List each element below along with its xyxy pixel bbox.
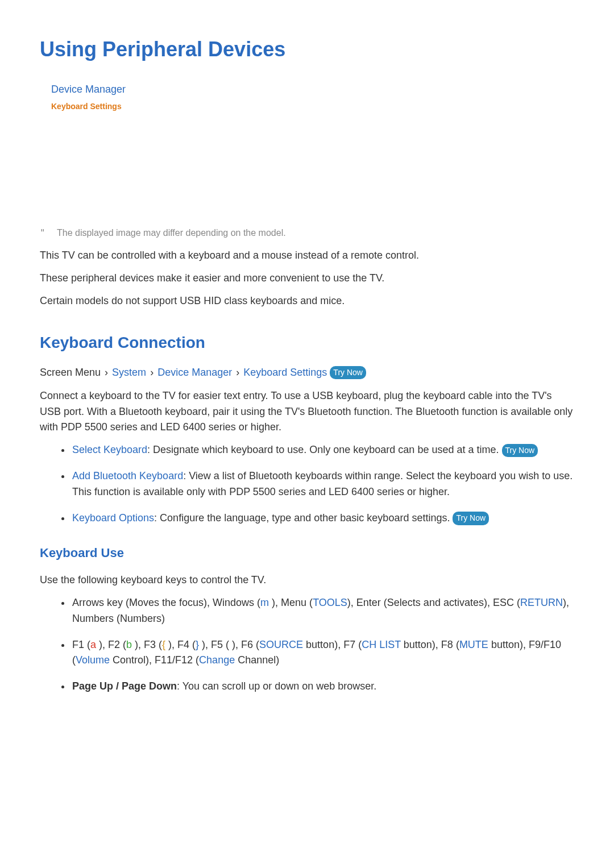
- option-sep: :: [147, 444, 153, 455]
- mute-key: MUTE: [459, 639, 488, 650]
- green-b-key: b: [126, 639, 132, 650]
- source-key: SOURCE: [259, 639, 303, 650]
- try-now-button[interactable]: Try Now: [330, 366, 366, 379]
- list-item: Select Keyboard: Designate which keyboar…: [71, 442, 574, 458]
- windows-key: m: [260, 597, 269, 608]
- breadcrumb-keyboard-settings[interactable]: Keyboard Settings: [243, 367, 327, 378]
- model-note: " The displayed image may differ dependi…: [40, 226, 574, 240]
- note-mark-icon: ": [40, 226, 57, 240]
- option-keyboard-options: Keyboard Options: [72, 512, 154, 524]
- menu-device-manager: Device Manager: [51, 82, 574, 97]
- breadcrumb: Screen Menu › System › Device Manager › …: [40, 365, 574, 380]
- kc-description: Connect a keyboard to the TV for easier …: [40, 388, 574, 436]
- ku-text: Control), F11/F12 (: [110, 654, 199, 666]
- chevron-right-icon: ›: [150, 367, 154, 378]
- option-text: Configure the language, type and other b…: [160, 512, 450, 524]
- option-select-keyboard: Select Keyboard: [72, 444, 147, 455]
- ku-text: button), F7 (: [303, 639, 362, 650]
- section-keyboard-use-title: Keyboard Use: [40, 543, 574, 562]
- ku-text: Arrows key (Moves the focus), Windows (: [72, 597, 260, 608]
- intro-text-1: This TV can be controlled with a keyboar…: [40, 248, 574, 264]
- return-key: RETURN: [520, 597, 563, 608]
- list-item: Keyboard Options: Configure the language…: [71, 510, 574, 526]
- option-text: Designate which keyboard to use. Only on…: [153, 444, 499, 455]
- ku-text: ), F3 (: [132, 639, 162, 650]
- tools-key: TOOLS: [313, 597, 347, 608]
- menu-keyboard-settings: Keyboard Settings: [51, 101, 574, 113]
- list-item: Add Bluetooth Keyboard: View a list of B…: [71, 468, 574, 500]
- ku-intro: Use the following keyboard keys to contr…: [40, 572, 574, 588]
- intro-text-2: These peripheral devices make it easier …: [40, 271, 574, 286]
- kc-options-list: Select Keyboard: Designate which keyboar…: [71, 442, 574, 526]
- red-a-key: a: [90, 639, 96, 650]
- list-item: Arrows key (Moves the focus), Windows (m…: [71, 595, 574, 627]
- page-up-down-label: Page Up / Page Down: [72, 680, 177, 692]
- ku-text: ), Menu (: [269, 597, 313, 608]
- breadcrumb-system[interactable]: System: [112, 367, 146, 378]
- screenshot-placeholder: [40, 118, 574, 226]
- ku-text: ), F4 (: [165, 639, 196, 650]
- intro-text-3: Certain models do not support USB HID cl…: [40, 293, 574, 309]
- volume-key: Volume: [76, 654, 110, 666]
- breadcrumb-device-manager[interactable]: Device Manager: [157, 367, 232, 378]
- ku-text: ), F5 ( ), F6 (: [199, 639, 259, 650]
- chlist-key: CH LIST: [362, 639, 401, 650]
- ku-text: button), F8 (: [401, 639, 459, 650]
- try-now-button[interactable]: Try Now: [502, 444, 538, 458]
- breadcrumb-prefix: Screen Menu: [40, 367, 101, 378]
- note-text: The displayed image may differ depending…: [57, 226, 286, 240]
- option-sep: :: [183, 470, 189, 481]
- option-sep: :: [154, 512, 160, 524]
- list-item: Page Up / Page Down: You can scroll up o…: [71, 679, 574, 695]
- option-sep: :: [177, 680, 182, 692]
- ku-text: F1 (: [72, 639, 90, 650]
- ku-text: ), Enter (Selects and activates), ESC (: [347, 597, 520, 608]
- list-item: F1 (a ), F2 (b ), F3 ({ ), F4 (} ), F5 (…: [71, 637, 574, 669]
- menu-snippet: Device Manager Keyboard Settings: [51, 82, 574, 113]
- chevron-right-icon: ›: [105, 367, 108, 378]
- option-add-bluetooth-keyboard: Add Bluetooth Keyboard: [72, 470, 183, 481]
- ku-text: Channel): [235, 654, 279, 666]
- page-title: Using Peripheral Devices: [40, 34, 574, 65]
- ku-text: ), F2 (: [96, 639, 126, 650]
- section-keyboard-connection-title: Keyboard Connection: [40, 331, 574, 355]
- ku-text: You can scroll up or down on web browser…: [182, 680, 377, 692]
- try-now-button[interactable]: Try Now: [453, 512, 489, 525]
- chevron-right-icon: ›: [236, 367, 239, 378]
- change-key: Change: [199, 654, 235, 666]
- ku-list: Arrows key (Moves the focus), Windows (m…: [71, 595, 574, 695]
